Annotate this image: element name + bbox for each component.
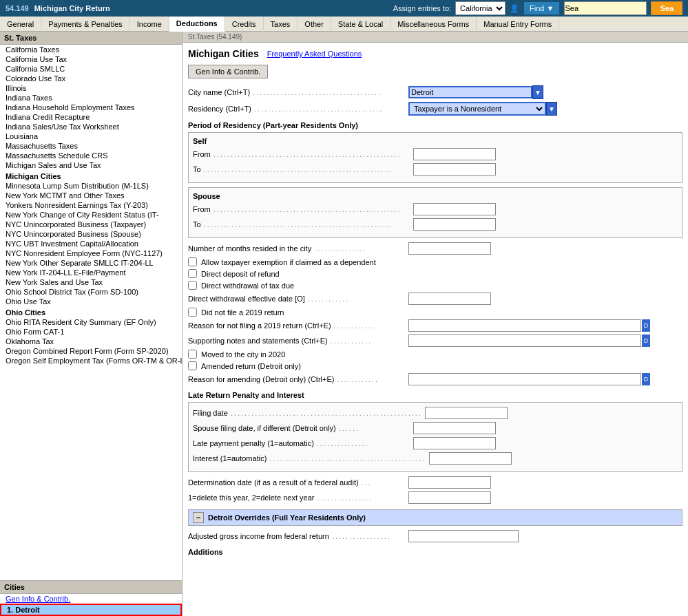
- spouse-filing-date-input[interactable]: [413, 422, 496, 434]
- reason-not-filing-input[interactable]: [408, 319, 641, 332]
- supporting-notes-input[interactable]: [408, 334, 641, 347]
- withdrawal-date-input[interactable]: [408, 293, 491, 305]
- sidebar-item-nyc-unincorp-spouse[interactable]: NYC Unincorporated Business (Spouse): [0, 229, 182, 239]
- sidebar-item-ohio-school[interactable]: Ohio School District Tax (Form SD-100): [0, 287, 182, 297]
- sidebar-item-colorado-use-tax[interactable]: Colorado Use Tax: [0, 74, 182, 83]
- sidebar-item-nyc-unincorp-taxpayer[interactable]: NYC Unincorporated Business (Taxpayer): [0, 220, 182, 229]
- sidebar-item-nyc-ubt[interactable]: NYC UBT Investment Capital/Allocation: [0, 239, 182, 248]
- residency-label: Residency (Ctrl+T) .....................…: [188, 105, 408, 113]
- menu-other[interactable]: Other: [298, 17, 331, 32]
- sidebar-item-nyc-nonresident[interactable]: NYC Nonresident Employee Form (NYC-1127): [0, 248, 182, 258]
- exemption-checkbox-row: Allow taxpayer exemption if claimed as a…: [188, 257, 682, 266]
- self-from-label-text: From: [193, 150, 211, 158]
- sidebar-item-louisiana[interactable]: Louisiana: [0, 131, 182, 141]
- supporting-notes-overflow: D: [642, 334, 650, 347]
- sidebar-item-massachusetts-crs[interactable]: Massachusetts Schedule CRS: [0, 151, 182, 160]
- months-label-text: Number of months resided in the city: [188, 244, 311, 253]
- menu-bar: General Payments & Penalties Income Dedu…: [0, 17, 688, 32]
- sidebar-item-massachusetts-taxes[interactable]: Massachusetts Taxes: [0, 141, 182, 151]
- late-payment-input[interactable]: [413, 437, 496, 449]
- residency-dropdown-btn[interactable]: ▼: [546, 102, 557, 116]
- sidebar-item-minnesota[interactable]: Minnesota Lump Sum Distribution (M-1LS): [0, 181, 182, 191]
- faq-link[interactable]: Frequently Asked Questions: [267, 50, 362, 58]
- menu-deductions[interactable]: Deductions: [169, 17, 225, 32]
- filing-date-input[interactable]: [425, 407, 508, 419]
- sidebar-item-california-taxes[interactable]: California Taxes: [0, 45, 182, 54]
- amended-return-checkbox[interactable]: [188, 361, 197, 370]
- did-not-file-checkbox[interactable]: [188, 308, 197, 317]
- city-name-dropdown-btn[interactable]: ▼: [532, 85, 543, 99]
- sidebar-item-ohio-rita[interactable]: Ohio RITA Resident City Summary (EF Only…: [0, 317, 182, 327]
- direct-withdrawal-checkbox[interactable]: [188, 281, 197, 290]
- sidebar-item-oregon-self[interactable]: Oregon Self Employment Tax (Forms OR-TM …: [0, 356, 182, 365]
- sidebar-item-ny-mctmt[interactable]: New York MCTMT and Other Taxes: [0, 191, 182, 200]
- spouse-filing-date-label-text: Spouse filing date, if different (Detroi…: [193, 424, 336, 432]
- sidebar-item-illinois[interactable]: Illinois: [0, 83, 182, 93]
- self-to-input[interactable]: [413, 163, 496, 176]
- residency-select[interactable]: Taxpayer is a Nonresident: [408, 102, 546, 116]
- sidebar-item-ny-other-smllc[interactable]: New York Other Separate SMLLC IT-204-LL: [0, 258, 182, 268]
- menu-taxes[interactable]: Taxes: [264, 17, 298, 32]
- sidebar-item-indiana-taxes[interactable]: Indiana Taxes: [0, 93, 182, 103]
- adj-gross-income-input[interactable]: [408, 530, 519, 542]
- delete-year-label-text: 1=delete this year, 2=delete next year: [188, 493, 314, 502]
- sidebar-item-california-use-tax[interactable]: California Use Tax: [0, 54, 182, 64]
- late-return-box: Filing date ............................…: [188, 402, 682, 472]
- gen-info-button[interactable]: Gen Info & Contrib.: [188, 65, 268, 78]
- sidebar-item-ohio-cities[interactable]: Ohio Cities: [0, 306, 182, 317]
- menu-general[interactable]: General: [0, 17, 41, 32]
- sidebar-item-indiana-household[interactable]: Indiana Household Employment Taxes: [0, 103, 182, 112]
- sidebar-item-oklahoma[interactable]: Oklahoma Tax: [0, 337, 182, 346]
- assign-entries-select[interactable]: California: [455, 1, 505, 15]
- adj-gross-income-label: Adjusted gross income from federal retur…: [188, 532, 408, 540]
- sidebar-item-ny-change[interactable]: New York Change of City Resident Status …: [0, 210, 182, 220]
- sidebar-item-ohio-use[interactable]: Ohio Use Tax: [0, 297, 182, 306]
- delete-year-input[interactable]: [408, 491, 491, 504]
- late-payment-row: Late payment penalty (1=automatic) .....…: [193, 437, 678, 449]
- menu-payments-penalties[interactable]: Payments & Penalties: [41, 17, 130, 32]
- city-name-input[interactable]: [408, 86, 532, 98]
- supporting-notes-label-text: Supporting notes and statements (Ctrl+E): [188, 337, 328, 345]
- sidebar-item-oregon-combined[interactable]: Oregon Combined Report Form (Form SP-202…: [0, 346, 182, 356]
- sidebar-item-michigan-sales[interactable]: Michigan Sales and Use Tax: [0, 160, 182, 170]
- interest-input[interactable]: [429, 452, 512, 465]
- determination-date-input[interactable]: [408, 476, 491, 489]
- menu-manual-entry[interactable]: Manual Entry Forms: [477, 17, 559, 32]
- search-input[interactable]: [564, 1, 647, 15]
- sidebar-item-california-smllc[interactable]: California SMLLC: [0, 64, 182, 74]
- residency-label-text: Residency (Ctrl+T): [188, 105, 251, 113]
- cities-section: Cities Gen Info & Contrib. 1. Detroit: [0, 580, 182, 616]
- withdrawal-date-row: Direct withdrawal effective date [O] ...…: [188, 293, 682, 305]
- reason-amending-input[interactable]: [408, 373, 641, 385]
- exemption-checkbox[interactable]: [188, 257, 197, 266]
- menu-credits[interactable]: Credits: [225, 17, 264, 32]
- search-button[interactable]: Sea: [651, 1, 682, 15]
- sidebar-item-ny-sales[interactable]: New York Sales and Use Tax: [0, 277, 182, 287]
- cities-gen-info[interactable]: Gen Info & Contrib.: [0, 594, 182, 604]
- menu-state-local[interactable]: State & Local: [331, 17, 390, 32]
- direct-deposit-checkbox[interactable]: [188, 269, 197, 278]
- menu-income[interactable]: Income: [130, 17, 169, 32]
- cities-detroit[interactable]: 1. Detroit: [0, 604, 182, 616]
- spouse-from-input[interactable]: [413, 203, 496, 215]
- direct-withdrawal-label: Direct withdrawal of tax due: [201, 282, 294, 290]
- app-title: Michigan City Return: [34, 4, 393, 12]
- sidebar-item-indiana-credit[interactable]: Indiana Credit Recapture: [0, 112, 182, 122]
- sidebar-item-yonkers[interactable]: Yonkers Nonresident Earnings Tax (Y-203): [0, 200, 182, 210]
- sidebar-item-michigan-cities[interactable]: Michigan Cities: [0, 170, 182, 181]
- overrides-collapse-btn[interactable]: −: [193, 512, 204, 523]
- determination-date-label-text: Determination date (if as a result of a …: [188, 478, 359, 487]
- menu-misc-forms[interactable]: Miscellaneous Forms: [390, 17, 477, 32]
- spouse-from-label-text: From: [193, 205, 211, 213]
- sidebar-item-indiana-sales[interactable]: Indiana Sales/Use Tax Worksheet: [0, 122, 182, 131]
- period-title: Period of Residency (Part-year Residents…: [188, 121, 682, 129]
- find-button[interactable]: Find ▼: [523, 1, 560, 15]
- sidebar-item-ny-it204[interactable]: New York IT-204-LL E-File/Payment: [0, 268, 182, 277]
- sidebar-item-ohio-cat[interactable]: Ohio Form CAT-1: [0, 327, 182, 337]
- months-input[interactable]: [408, 242, 491, 255]
- spouse-to-input[interactable]: [413, 218, 496, 231]
- spouse-from-label: From ...................................…: [193, 205, 413, 213]
- moved-to-city-checkbox[interactable]: [188, 350, 197, 359]
- self-from-input[interactable]: [413, 148, 496, 160]
- user-icon: 👤: [510, 4, 519, 13]
